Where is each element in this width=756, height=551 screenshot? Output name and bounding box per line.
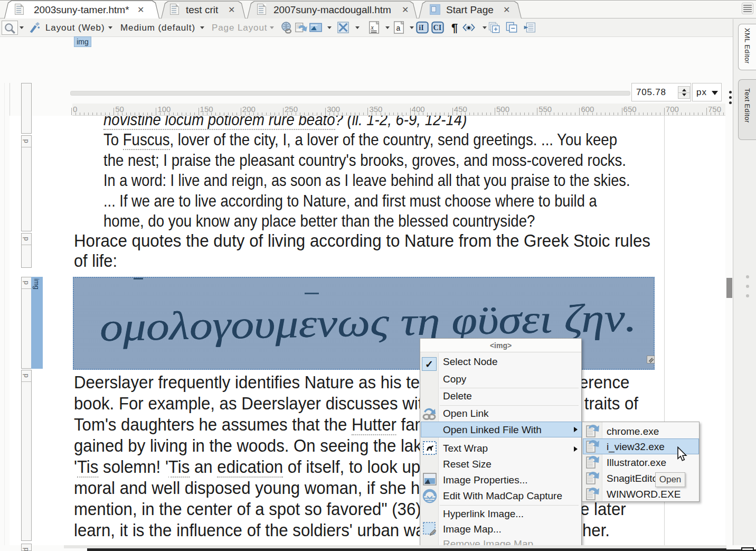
svg-text:CI: CI: [433, 23, 442, 32]
svg-text:a: a: [396, 24, 400, 32]
svg-text:x: x: [371, 24, 374, 31]
svg-text:iI: iI: [419, 23, 424, 32]
